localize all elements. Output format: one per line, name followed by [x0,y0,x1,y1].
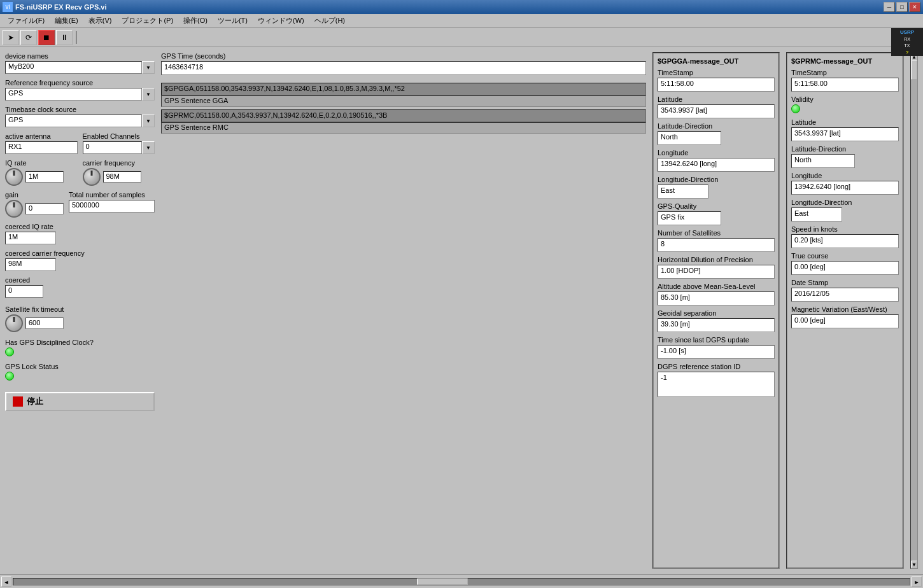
gain-label: gain [5,191,64,199]
gpgga-lon-direction-group: Longitude-Direction East [658,176,775,199]
maximize-button[interactable]: □ [896,2,908,12]
gain-knob-row: 0 [5,200,64,218]
gprmc-latitude-group: Latitude 3543.9937 [lat] [791,118,899,141]
menu-tools[interactable]: ツール(T) [213,15,253,27]
has-gps-clock-group: Has GPS Disciplined Clock? [5,339,155,358]
stop-button[interactable]: 停止 [5,392,155,411]
sentence-rmc-section: $GPRMC,051158.00,A,3543.9937,N,13942.624… [161,109,646,134]
sentence-gga-row: $GPGGA,051158.00,3543.9937,N,13942.6240,… [161,83,646,95]
gprmc-longitude-label: Longitude [791,172,899,179]
satellite-timeout-knob-row: 600 [5,314,64,332]
ref-freq-input[interactable]: GPS [5,88,142,101]
device-names-input[interactable]: MyB200 [5,61,142,74]
gpgga-dgps-time-group: Time since last DGPS update -1.00 [s] [658,336,775,359]
menu-view[interactable]: 表示(V) [83,15,117,27]
gprmc-longitude-group: Longitude 13942.6240 [long] [791,172,899,195]
menu-help[interactable]: ヘルプ(H) [309,15,350,27]
satellite-timeout-value[interactable]: 600 [25,318,64,329]
run-continuous-button[interactable]: ⟳ [20,30,37,45]
scroll-thumb[interactable] [911,60,917,80]
device-names-dropdown[interactable]: ▼ [142,61,155,74]
enabled-channels-label: Enabled Channels [83,132,155,140]
menu-window[interactable]: ウィンドウ(W) [253,15,309,27]
usrp-label: USRP [900,29,914,35]
gpgga-altitude-value: 85.30 [m] [658,291,775,305]
iq-rate-knob[interactable] [5,168,23,186]
gpgga-num-satellites-group: Number of Satellites 8 [658,229,775,252]
menu-operate[interactable]: 操作(O) [178,15,213,27]
close-button[interactable]: ✕ [909,2,920,12]
ref-freq-label: Reference frequency source [5,79,155,87]
gprmc-latitude-label: Latitude [791,118,899,126]
timebase-input[interactable]: GPS [5,115,142,127]
gprmc-speed-label: Speed in knots [791,225,899,233]
gprmc-lon-direction-value: East [791,207,842,221]
iq-rate-value[interactable]: 1M [25,171,64,183]
active-antenna-label: active antenna [5,132,78,140]
usrp-sub2: TX [905,43,910,48]
gprmc-mag-var-value: 0.00 [deg] [791,314,899,328]
gpgga-geoid-value: 39.30 [m] [658,318,775,332]
help-icon[interactable]: ? [906,50,908,55]
sentence-gga-section: $GPGGA,051158.00,3543.9937,N,13942.6240,… [161,83,646,107]
coerced-section: coerced IQ rate 1M coerced carrier frequ… [5,223,155,298]
h-scroll-left[interactable]: ◄ [1,577,11,587]
h-scroll-track [13,578,910,585]
ref-freq-group: Reference frequency source GPS ▼ [5,79,155,101]
gpgga-dgps-time-label: Time since last DGPS update [658,336,775,344]
enabled-channels-row: 0 ▼ [83,141,155,154]
title-bar-controls: ─ □ ✕ [884,2,920,12]
knob-indicator3 [13,202,15,207]
h-scroll-right[interactable]: ► [912,577,922,587]
active-antenna-input[interactable]: RX1 [5,141,78,154]
minimize-button[interactable]: ─ [884,2,895,12]
ref-freq-row: GPS ▼ [5,88,155,101]
abort-button[interactable]: ⏹ [38,30,55,45]
gpgga-gps-quality-group: GPS-Quality GPS fix [658,202,775,225]
carrier-freq-knob-row: 98M [83,168,155,186]
coerced-carrier-value: 98M [5,258,56,271]
stop-button-group: 停止 [5,392,155,411]
menu-edit[interactable]: 編集(E) [50,15,83,27]
run-arrow-button[interactable]: ➤ [3,30,19,45]
gprmc-longitude-value: 13942.6240 [long] [791,181,899,195]
timebase-label: Timebase clock source [5,106,155,113]
iq-carrier-row: IQ rate 1M carrier frequency 98M [5,159,155,186]
menu-file[interactable]: ファイル(F) [3,15,50,27]
gprmc-timestamp-label: TimeStamp [791,69,899,76]
carrier-freq-group: carrier frequency 98M [83,159,155,186]
sentence-rmc-value: $GPRMC,051158.00,A,3543.9937,N,13942.624… [161,109,646,122]
gprmc-speed-value: 0.20 [kts] [791,234,899,248]
enabled-channels-dropdown[interactable]: ▼ [142,141,155,154]
gain-value[interactable]: 0 [25,203,64,214]
knob-indicator [13,171,15,176]
app-icon: vi [3,2,13,12]
ref-freq-dropdown[interactable]: ▼ [142,88,155,101]
menu-project[interactable]: プロジェクト(P) [116,15,178,27]
carrier-freq-value[interactable]: 98M [103,171,141,183]
pause-button[interactable]: ⏸ [56,30,73,45]
total-samples-input[interactable]: 5000000 [69,200,155,213]
device-names-label: device names [5,52,155,60]
gpgga-longitude-label: Longitude [658,149,775,157]
gain-knob[interactable] [5,200,23,218]
carrier-freq-knob[interactable] [83,168,101,186]
enabled-channels-input[interactable]: 0 [83,141,143,154]
gpgga-num-satellites-value: 8 [658,238,775,252]
vertical-scrollbar[interactable]: ▲ ▼ [910,52,918,569]
gps-lock-led [5,372,14,381]
gprmc-lat-direction-label: Latitude-Direction [791,145,899,153]
gpgga-lat-direction-label: Latitude-Direction [658,122,775,130]
gprmc-validity-group: Validity [791,95,899,115]
timebase-dropdown[interactable]: ▼ [142,115,155,127]
enabled-channels-group: Enabled Channels 0 ▼ [83,132,155,154]
scroll-down-arrow[interactable]: ▼ [911,561,917,568]
satellite-timeout-knob[interactable] [5,314,23,332]
toolbar: ➤ ⟳ ⏹ ⏸ [0,28,923,47]
knob-indicator2 [90,171,92,176]
title-bar: vi FS-niUSRP EX Recv GPS.vi ─ □ ✕ [0,0,923,14]
h-scroll-thumb[interactable] [417,578,468,585]
gpgga-latitude-group: Latitude 3543.9937 [lat] [658,95,775,118]
gpgga-gps-quality-label: GPS-Quality [658,202,775,210]
gpgga-lon-direction-value: East [658,185,708,199]
